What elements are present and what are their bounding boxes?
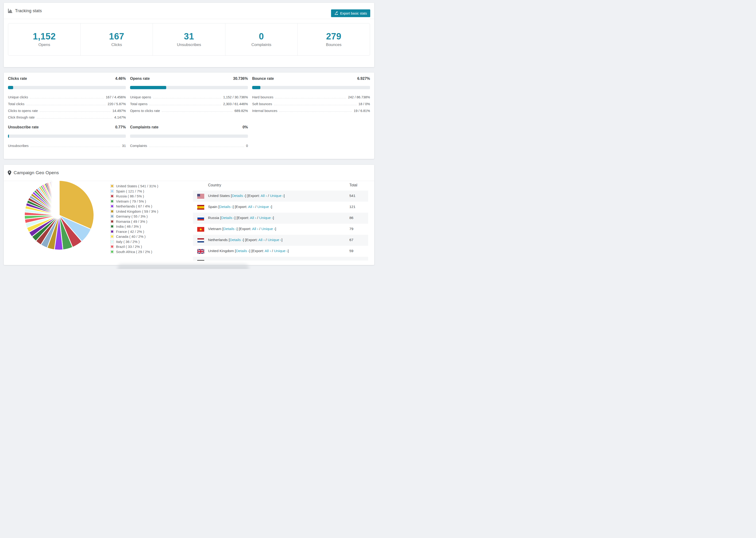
legend-label: Germany ( 55 / 3% ) xyxy=(116,214,148,218)
rate-detail-value: 14.497% xyxy=(112,109,126,113)
bar-chart-icon xyxy=(8,9,13,13)
country-cell: Russia [Details ›] [Export: All › / Uniq… xyxy=(208,216,274,220)
bracket-close: ] xyxy=(284,194,285,198)
export-unique-link[interactable]: Unique › xyxy=(268,238,282,242)
country-cell: Vietnam [Details ›] [Export: All › / Uni… xyxy=(208,227,276,231)
legend-swatch xyxy=(110,194,114,198)
details-link[interactable]: Details › xyxy=(236,249,249,253)
rate-detail-label: Unsubscribes xyxy=(8,144,28,148)
unsubscribe-rate-progress xyxy=(8,134,126,138)
legend-item[interactable]: United Kingdom ( 59 / 3% ) xyxy=(110,209,158,214)
tracking-stats-page: Tracking stats Export basic stats 1,152 … xyxy=(0,0,378,269)
rate-detail-value: 2,303 / 61.446% xyxy=(223,102,248,106)
legend-item[interactable]: India ( 46 / 3% ) xyxy=(110,224,158,229)
nl-flag-icon xyxy=(197,238,204,243)
stat-box-bounces: 279 Bounces xyxy=(297,24,370,55)
bounces-count: 279 xyxy=(326,31,341,41)
rate-detail-value: 242 / 86.738% xyxy=(348,95,370,99)
export-prefix: ] [Export: xyxy=(235,216,250,220)
dotted-leader xyxy=(275,98,346,98)
rate-detail-value: 167 / 4.456% xyxy=(106,95,126,99)
export-all-link[interactable]: All › xyxy=(265,249,271,253)
legend-item[interactable]: Canada ( 40 / 2% ) xyxy=(110,234,158,239)
tracking-stats-header: Tracking stats Export basic stats xyxy=(4,3,374,19)
legend-item[interactable]: Spain ( 121 / 7% ) xyxy=(110,189,158,194)
geo-table-row: Spain [Details ›] [Export: All › / Uniqu… xyxy=(193,202,368,213)
export-all-link[interactable]: All › xyxy=(252,227,258,231)
legend-item[interactable]: Netherlands ( 67 / 4% ) xyxy=(110,204,158,209)
legend-label: Romania ( 49 / 3% ) xyxy=(116,219,147,224)
unsubscribes-label: Unsubscribes xyxy=(177,42,201,48)
rate-detail-value: 1,152 / 30.736% xyxy=(223,95,248,99)
legend-item[interactable]: Vietnam ( 79 / 5% ) xyxy=(110,199,158,204)
pie-slice[interactable] xyxy=(59,181,59,215)
page-title: Tracking stats xyxy=(15,9,42,13)
export-all-link[interactable]: All › xyxy=(258,238,265,242)
link-separator: / xyxy=(267,194,270,198)
rate-detail-value: 19 / 6.81% xyxy=(354,109,370,113)
country-name: Russia [ xyxy=(208,216,221,220)
details-link[interactable]: Details › xyxy=(219,205,233,209)
scrollbar-artifact xyxy=(117,264,249,269)
unsubscribe-rate-block: Unsubscribe rate 0.77% Unsubscribes31 xyxy=(8,125,126,149)
geo-opens-title: Campaign Geo Opens xyxy=(14,170,59,175)
legend-item[interactable]: South Africa ( 29 / 2% ) xyxy=(110,249,158,254)
opens-count: 1,152 xyxy=(33,31,56,41)
pie-legend: United States ( 541 / 31% )Spain ( 121 /… xyxy=(110,184,158,254)
legend-item[interactable]: United States ( 541 / 31% ) xyxy=(110,184,158,189)
export-unique-link[interactable]: Unique › xyxy=(259,216,273,220)
details-link[interactable]: Details › xyxy=(221,216,235,220)
geo-opens-card: Campaign Geo Opens United States ( 541 /… xyxy=(4,165,374,265)
geo-table-body: United States [Details ›] [Export: All ›… xyxy=(193,190,368,260)
export-prefix: ] [Export: xyxy=(233,205,248,209)
legend-item[interactable]: Italy ( 36 / 2% ) xyxy=(110,239,158,244)
rate-detail-label: Unique clicks xyxy=(8,95,28,99)
legend-item[interactable]: Brazil ( 33 / 2% ) xyxy=(110,244,158,249)
legend-item[interactable]: Germany ( 55 / 3% ) xyxy=(110,214,158,219)
rate-detail-label: Click through rate xyxy=(8,116,35,119)
complaints-rate-title: Complaints rate xyxy=(130,125,158,129)
rate-detail-value: 689.82% xyxy=(235,109,248,113)
total-cell: 121 xyxy=(350,205,355,209)
export-prefix: ] [Export: xyxy=(249,249,265,253)
export-all-link[interactable]: All › xyxy=(261,194,267,198)
export-unique-link[interactable]: Unique › xyxy=(274,249,288,253)
country-cell: Netherlands [Details ›] [Export: All › /… xyxy=(208,238,283,242)
details-link[interactable]: Details › xyxy=(230,238,243,242)
export-unique-link[interactable]: Unique › xyxy=(270,194,284,198)
clicks-count: 167 xyxy=(109,31,124,41)
gb-flag-icon xyxy=(197,249,204,254)
country-name: United States [ xyxy=(208,194,232,198)
export-basic-stats-button[interactable]: Export basic stats xyxy=(331,9,370,17)
legend-item[interactable]: Russia ( 86 / 5% ) xyxy=(110,194,158,199)
rate-detail-row: Opens to clicks rate689.82% xyxy=(130,107,248,114)
dotted-leader xyxy=(37,118,112,119)
rate-detail-row: Clicks to opens rate14.497% xyxy=(8,107,126,114)
rate-detail-row: Unsubscribes31 xyxy=(8,142,126,149)
legend-label: Spain ( 121 / 7% ) xyxy=(116,189,144,193)
legend-item[interactable]: Romania ( 49 / 3% ) xyxy=(110,219,158,224)
country-cell: United Kingdom [Details ›] [Export: All … xyxy=(208,249,289,253)
export-all-link[interactable]: All › xyxy=(250,216,256,220)
legend-label: France ( 42 / 2% ) xyxy=(116,230,144,234)
total-cell: 79 xyxy=(350,227,353,231)
legend-swatch xyxy=(110,240,114,243)
legend-label: India ( 46 / 3% ) xyxy=(116,224,141,228)
export-all-link[interactable]: All › xyxy=(248,205,254,209)
rate-detail-label: Internal bounces xyxy=(252,109,277,113)
bracket-close: ] xyxy=(288,249,289,253)
country-column-header: Country xyxy=(208,183,221,187)
legend-item[interactable]: France ( 42 / 2% ) xyxy=(110,229,158,234)
legend-swatch xyxy=(110,225,114,228)
legend-label: United Kingdom ( 59 / 3% ) xyxy=(116,209,158,213)
link-separator: / xyxy=(254,205,257,209)
country-cell: United States [Details ›] [Export: All ›… xyxy=(208,194,285,198)
export-unique-link[interactable]: Unique › xyxy=(261,227,275,231)
link-separator: / xyxy=(265,238,268,242)
export-unique-link[interactable]: Unique › xyxy=(257,205,271,209)
geo-table-row: Russia [Details ›] [Export: All › / Uniq… xyxy=(193,213,368,224)
dotted-leader xyxy=(30,98,104,98)
details-link[interactable]: Details › xyxy=(223,227,237,231)
details-link[interactable]: Details › xyxy=(232,194,245,198)
legend-label: Netherlands ( 67 / 4% ) xyxy=(116,204,152,208)
